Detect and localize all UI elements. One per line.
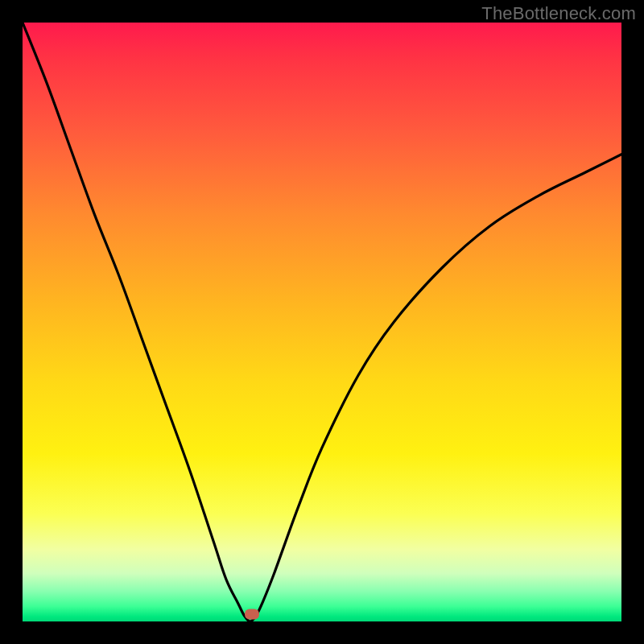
watermark-text: TheBottleneck.com (481, 3, 636, 24)
chart-frame: TheBottleneck.com (0, 0, 644, 644)
chart-plot-area (23, 23, 621, 621)
optimal-point-marker (245, 609, 259, 620)
bottleneck-curve (23, 23, 621, 621)
curve-path (23, 23, 621, 621)
